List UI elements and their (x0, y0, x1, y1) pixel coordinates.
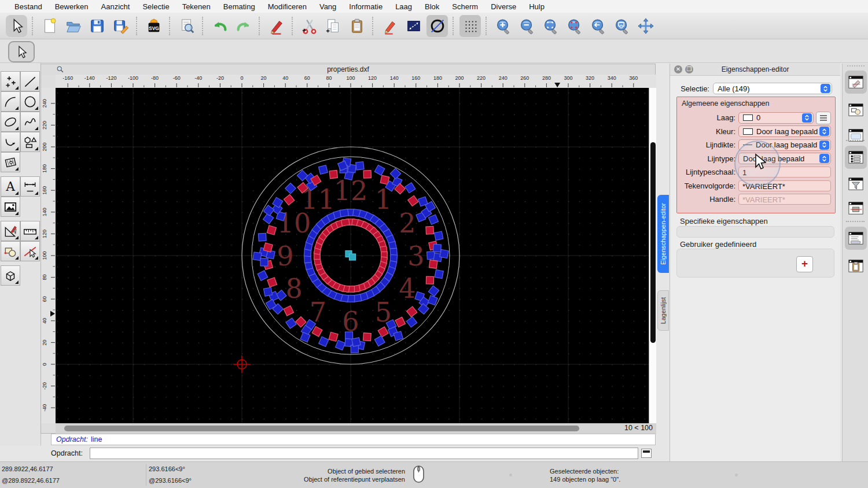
tool-text-button[interactable]: A (1, 176, 20, 197)
kleur-value: Door laag bepaald (756, 127, 818, 136)
command-input[interactable] (90, 448, 638, 459)
menu-selectie[interactable]: Selectie (136, 2, 175, 11)
cursor-button[interactable] (6, 15, 27, 37)
tool-points-button[interactable] (1, 71, 20, 91)
tool-line-button[interactable] (20, 71, 40, 91)
tool-image-button[interactable] (1, 197, 20, 217)
block-window-button[interactable] (845, 98, 867, 121)
new-document-button[interactable] (39, 15, 60, 37)
tool-spline-button[interactable] (20, 112, 40, 132)
menu-hulp[interactable]: Hulp (523, 2, 551, 11)
command-window-toggle-button[interactable] (641, 449, 652, 458)
menu-modificeren[interactable]: Modificeren (262, 2, 313, 11)
tab-lagenlijst[interactable]: Lagenlijst (657, 290, 669, 331)
menu-diverse[interactable]: Diverse (484, 2, 523, 11)
tab-eigenschappen-editor[interactable]: Eigenschappen-editor (657, 195, 669, 273)
lijndikte-dropdown[interactable]: Door laag bepaald (738, 139, 831, 151)
laag-dropdown[interactable]: 0 (738, 112, 814, 124)
zoom-window-button[interactable] (611, 15, 632, 37)
tool-hatch-button[interactable] (1, 152, 20, 172)
empty-window-button[interactable] (845, 124, 867, 147)
menu-vang[interactable]: Vang (313, 2, 343, 11)
menu-bemating[interactable]: Bemating (217, 2, 262, 11)
lijntype-row: Lijntype:Door laag bepaald (678, 153, 831, 165)
delete-button[interactable] (266, 15, 287, 37)
dock-separator (846, 140, 865, 141)
cut-button[interactable] (299, 15, 320, 37)
add-property-button[interactable]: + (796, 256, 813, 272)
line-attributes-button[interactable] (403, 15, 424, 37)
tool-circle-button[interactable] (20, 91, 40, 112)
print-preview-button[interactable] (176, 15, 197, 37)
horizontal-scrollbar-thumb[interactable] (64, 426, 579, 431)
tool-ellipse-button[interactable] (1, 112, 20, 132)
horizontal-scrollbar[interactable]: 10 < 100 (56, 423, 656, 434)
zoom-previous-button[interactable] (587, 15, 609, 37)
tool-dimension-button[interactable] (20, 176, 40, 197)
paste-button[interactable] (346, 15, 367, 37)
lijntype-dropdown[interactable]: Door laag bepaald (738, 153, 831, 164)
svg-export-button[interactable]: SVG (143, 15, 164, 37)
mouse-hint-left: Object of gebied selecteren (231, 468, 405, 475)
stepper-icon[interactable] (819, 154, 829, 163)
handle-field[interactable]: *VARIEERT* (738, 194, 831, 205)
specific-properties-title: Specifieke eigenschappen (680, 217, 768, 225)
tool-draw-tools-button[interactable] (1, 221, 20, 241)
zoom-in-button[interactable] (492, 15, 514, 37)
pen-attributes-button[interactable] (379, 15, 400, 37)
menu-scherm[interactable]: Scherm (446, 2, 484, 11)
stepper-icon[interactable] (819, 127, 829, 136)
close-icon[interactable]: ✕ (674, 65, 682, 73)
status-dot (735, 474, 738, 476)
redo-button[interactable] (233, 15, 254, 37)
open-file-button[interactable] (62, 15, 84, 37)
drawing-tools-palette: A (0, 63, 41, 461)
wall-window-button[interactable] (845, 197, 867, 220)
undo-button[interactable] (209, 15, 230, 37)
stepper-icon[interactable] (819, 141, 829, 150)
menu-informatie[interactable]: Informatie (343, 2, 389, 11)
laag-row: Laag:0 (678, 112, 831, 124)
tool-block-button[interactable] (1, 241, 20, 261)
menu-blok[interactable]: Blok (418, 2, 446, 11)
cad-canvas[interactable]: 123456789101112 (56, 88, 649, 423)
tekenvolgorde-field[interactable]: *VARIEERT* (738, 180, 831, 191)
filter-window-button[interactable] (845, 172, 867, 195)
zoom-auto-button[interactable] (540, 15, 561, 37)
save-button[interactable] (86, 15, 108, 37)
stepper-icon[interactable] (802, 113, 812, 123)
command-window-button[interactable] (845, 227, 867, 250)
laag-menu-button[interactable] (816, 112, 831, 124)
tool-cube3d-button[interactable] (1, 265, 20, 286)
document-title-bar[interactable]: properties.dxf (41, 64, 655, 75)
menu-aanzicht[interactable]: Aanzicht (95, 2, 137, 11)
menu-bestand[interactable]: Bestand (8, 2, 49, 11)
selection-tool-button[interactable] (8, 41, 35, 62)
float-icon[interactable]: ❐ (685, 65, 693, 73)
tool-modify-attributes-button[interactable] (20, 241, 40, 261)
tool-polyline-button[interactable] (1, 132, 20, 152)
zoom-out-button[interactable] (516, 15, 538, 37)
copy-button[interactable] (322, 15, 344, 37)
property-editor-window-button[interactable] (845, 71, 867, 94)
save-as-button[interactable] (110, 15, 131, 37)
clipboard-window-button[interactable] (845, 254, 867, 278)
vertical-scrollbar-thumb[interactable] (650, 142, 656, 343)
selection-dropdown[interactable]: Alle (149) (713, 83, 832, 94)
lijntypeschaal-field[interactable]: 1 (738, 167, 831, 178)
menu-bewerken[interactable]: Bewerken (49, 2, 95, 11)
menu-tekenen[interactable]: Tekenen (176, 2, 217, 11)
pan-button[interactable] (635, 15, 656, 37)
grid-button[interactable] (459, 15, 481, 37)
tool-measure-button[interactable] (20, 221, 40, 241)
menu-laag[interactable]: Laag (389, 2, 418, 11)
zoom-select-button[interactable] (564, 15, 585, 37)
command-prompt-row: Opdracht: (0, 446, 656, 461)
layer-list-window-button[interactable] (845, 146, 867, 169)
tool-polygon-button[interactable] (20, 132, 40, 152)
vertical-scrollbar[interactable] (649, 88, 656, 423)
kleur-dropdown[interactable]: Door laag bepaald (738, 125, 831, 137)
circle-line-button[interactable] (426, 15, 448, 37)
stepper-icon[interactable] (821, 84, 830, 93)
tool-arc-button[interactable] (1, 91, 20, 112)
